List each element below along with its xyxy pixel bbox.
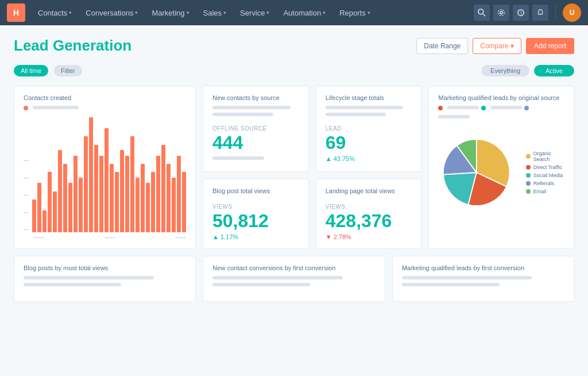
bar	[84, 136, 88, 232]
mql-title: Marketing qualified leads by original so…	[438, 94, 564, 101]
bar	[74, 156, 78, 232]
y-axis: — — — — —	[24, 158, 29, 232]
legend-dot	[526, 181, 531, 186]
mql-dot-1	[438, 106, 443, 110]
bar	[182, 172, 186, 232]
contacts-created-card: Contacts created — — — — — —— —— ——	[14, 86, 196, 249]
nav-marketing-chevron: ▾	[187, 10, 189, 16]
lifecycle-metric-label: LEAD	[326, 125, 412, 132]
bar	[110, 164, 114, 232]
new-contacts-title: New contacts by source	[212, 94, 299, 101]
landing-views-value: 428,376	[326, 211, 412, 231]
bottom-card-1: Blog posts by most total views	[14, 256, 196, 302]
notifications-icon-btn[interactable]	[532, 5, 548, 21]
bar	[146, 183, 150, 232]
landing-views-card: Landing page total views VIEWS 428,376 ▼…	[316, 179, 422, 249]
dashboard-grid: Contacts created — — — — — —— —— ——	[14, 86, 574, 249]
new-contacts-value: 444	[212, 133, 299, 153]
bar	[63, 164, 67, 232]
compare-button[interactable]: Compare ▾	[473, 38, 521, 54]
new-contacts-ph3	[212, 156, 264, 160]
legend-line-1	[33, 106, 79, 109]
bar	[68, 183, 72, 232]
legend-item: Direct Traffic	[526, 164, 564, 170]
bars-container	[32, 117, 186, 232]
pie-legend: Organic Search Direct Traffic Social Med…	[526, 151, 564, 194]
svg-text:?: ?	[520, 10, 523, 16]
bar	[37, 183, 41, 232]
filter-everything[interactable]: Everything	[481, 65, 529, 76]
bar	[130, 136, 134, 232]
mql-dot-2	[481, 106, 486, 110]
bar	[151, 172, 155, 232]
hubspot-logo[interactable]: H	[7, 3, 25, 22]
legend-dot	[526, 189, 531, 194]
filter-bar: All time Filter Everything Active	[14, 65, 574, 76]
up-arrow-icon-blog: ▲	[212, 233, 219, 240]
bar	[105, 128, 109, 232]
down-arrow-icon: ▼	[326, 233, 332, 240]
bottom-card-3-title: Marketing qualified leads by first conve…	[402, 264, 564, 271]
blog-views-card: Blog post total views VIEWS 50,812 ▲ 1.1…	[203, 179, 309, 249]
filter-bar-right: Everything Active	[481, 65, 574, 76]
settings-icon-btn[interactable]	[493, 5, 509, 21]
bar	[42, 210, 47, 232]
filter-active[interactable]: Active	[534, 65, 574, 76]
nav-reports[interactable]: Reports ▾	[334, 6, 376, 20]
search-icon-btn[interactable]	[474, 5, 490, 21]
nav-marketing[interactable]: Marketing ▾	[146, 6, 195, 20]
nav-contacts[interactable]: Contacts ▾	[32, 6, 78, 20]
nav-sales[interactable]: Sales ▾	[198, 6, 233, 20]
pie-chart-svg	[438, 126, 520, 218]
bottom-card-3: Marketing qualified leads by first conve…	[392, 256, 574, 302]
blog-views-value: 50,812	[212, 211, 299, 231]
user-avatar[interactable]: U	[563, 3, 581, 22]
date-range-button[interactable]: Date Range	[416, 38, 468, 54]
landing-views-change: ▼ 2.78%	[326, 233, 412, 240]
legend-item: Social Media	[526, 172, 564, 178]
legend-item: Email	[526, 189, 564, 194]
nav-conversations[interactable]: Conversations ▾	[80, 6, 144, 20]
bar	[172, 178, 176, 232]
bar	[141, 164, 145, 232]
page-header: Lead Generation Date Range Compare ▾ Add…	[14, 37, 574, 55]
filter-filter[interactable]: Filter	[54, 65, 82, 76]
bar	[125, 156, 129, 232]
legend-dot	[526, 165, 531, 170]
help-icon-btn[interactable]: ?	[513, 5, 529, 21]
bar	[48, 172, 52, 232]
page-content: Lead Generation Date Range Compare ▾ Add…	[0, 25, 588, 313]
nav-service[interactable]: Service ▾	[234, 6, 275, 20]
bar	[167, 164, 171, 232]
add-report-button[interactable]: Add report	[526, 38, 574, 54]
nav-sales-chevron: ▾	[223, 10, 226, 16]
nav-conversations-chevron: ▾	[135, 10, 138, 16]
bottom-grid: Blog posts by most total views New conta…	[14, 256, 574, 302]
bar	[120, 150, 124, 232]
lifecycle-change: ▲ 43.75%	[326, 155, 412, 162]
contacts-created-title: Contacts created	[24, 94, 186, 101]
bar	[53, 191, 57, 232]
bar	[58, 150, 62, 232]
bottom-card-2-title: New contact conversions by first convers…	[212, 264, 375, 271]
mql-card: Marketing qualified leads by original so…	[428, 86, 574, 249]
legend-dot	[526, 154, 531, 159]
filter-alltime[interactable]: All time	[14, 65, 48, 76]
bar	[99, 156, 103, 232]
pie-chart-container: Organic Search Direct Traffic Social Med…	[438, 126, 564, 218]
bar	[32, 199, 36, 232]
lifecycle-value: 69	[326, 133, 412, 153]
bar	[79, 178, 83, 232]
bar	[94, 145, 98, 232]
lifecycle-ph2	[326, 113, 386, 116]
landing-views-title: Landing page total views	[326, 187, 412, 194]
up-arrow-icon: ▲	[326, 155, 332, 162]
nav-contacts-chevron: ▾	[69, 10, 72, 16]
nav-automation[interactable]: Automation ▾	[277, 6, 331, 20]
navbar: H Contacts ▾ Conversations ▾ Marketing ▾…	[0, 0, 588, 25]
lifecycle-ph1	[326, 106, 404, 109]
header-actions: Date Range Compare ▾ Add report	[416, 38, 574, 54]
legend-item: Referrals	[526, 181, 564, 186]
bottom-card-2: New contact conversions by first convers…	[203, 256, 385, 302]
bar	[177, 156, 181, 232]
